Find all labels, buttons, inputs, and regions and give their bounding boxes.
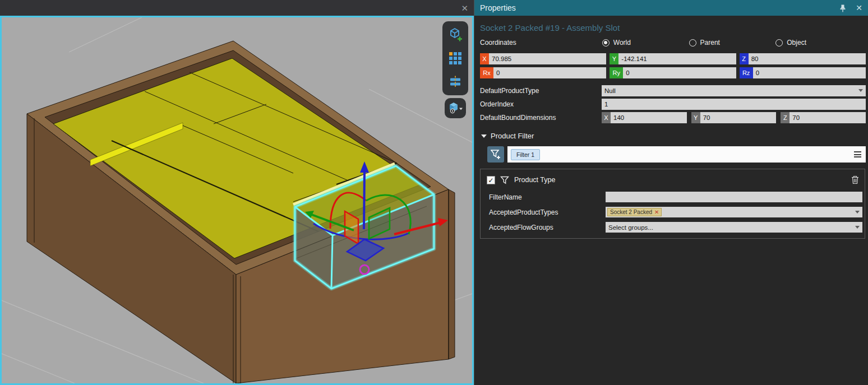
3d-viewport[interactable]: ✕ [0,0,474,385]
filter-tab-strip: Filter 1 [507,146,866,163]
radio-parent-circle[interactable] [689,39,696,47]
order-index-row: OrderIndex 1 [480,98,866,110]
viewport-canvas[interactable] [0,16,474,385]
add-filter-button[interactable] [487,146,504,163]
rotation-rx-field[interactable]: Rx 0 [480,67,606,78]
add-geometry-button[interactable] [445,25,466,45]
viewport-close-icon[interactable]: ✕ [461,4,468,12]
visibility-cube-icon [447,101,464,115]
properties-panel: Properties ✕ Socket 2 Packed #19 - Assem… [474,0,868,385]
delete-filter-button[interactable] [851,175,859,184]
close-icon[interactable]: ✕ [856,3,862,12]
bound-z-field[interactable]: Z 70 [781,112,866,123]
collapse-triangle-icon [481,134,487,138]
trash-icon [851,175,859,184]
filter-enabled-checkbox[interactable]: ✓ [487,176,495,184]
rotation-ry-field[interactable]: Ry 0 [610,67,736,78]
panel-title: Properties [480,3,839,12]
radio-world[interactable]: World [602,39,689,47]
position-z-field[interactable]: Z 80 [740,53,866,64]
order-index-field[interactable]: 1 [602,99,866,110]
object-title: Socket 2 Packed #19 - Assembly Slot [480,23,862,33]
3d-scene[interactable] [2,17,472,383]
accepted-flow-groups-row: AcceptedFlowGroups Select groups... [481,222,865,233]
bound-x-field[interactable]: X 140 [602,112,687,123]
align-pattern-icon [449,75,462,89]
align-pattern-button[interactable] [445,72,466,92]
edit-tool-group [442,21,468,95]
application-window: ✕ [0,0,868,385]
pin-icon[interactable] [839,4,847,12]
radio-object-circle[interactable] [775,39,783,47]
filter-toolbar: Filter 1 [487,146,866,163]
position-y-field[interactable]: Y -142.141 [610,53,736,64]
position-x-field[interactable]: X 70.985 [480,53,606,64]
filter-tab[interactable]: Filter 1 [511,149,540,160]
chevron-down-icon [858,89,863,92]
product-type-filter-card: ✓ Product Type [480,169,865,239]
viewport-titlebar: ✕ [0,0,474,16]
filter-name-input[interactable] [606,192,862,202]
accepted-flow-groups-dropdown[interactable]: Select groups... [606,222,862,233]
accepted-product-types-row: AcceptedProductTypes Socket 2 Packed ✕ [481,207,865,217]
radio-parent[interactable]: Parent [689,39,776,47]
menu-icon[interactable] [853,149,862,160]
bound-y-field[interactable]: Y 70 [691,112,777,123]
radio-object[interactable]: Object [775,39,862,47]
filter-name-row: FilterName [481,192,865,202]
chevron-down-icon [855,226,860,229]
product-filter-section-header[interactable]: Product Filter [481,132,862,140]
default-bound-dimensions-row: DefaultBoundDimensions X 140 Y 70 Z 70 [480,112,866,123]
coordinates-row: Coordinates World Parent Object [480,38,862,48]
chevron-down-icon [855,211,860,214]
radio-world-circle[interactable] [602,39,610,47]
filter-card-title: Product Type [514,176,846,184]
add-filter-icon [491,150,501,160]
coordinates-label: Coordinates [480,39,602,47]
properties-header: Properties ✕ [474,0,868,16]
remove-tag-icon[interactable]: ✕ [654,209,659,215]
visibility-options-button[interactable] [445,98,466,118]
viewport-toolbar [442,21,468,118]
grid-pattern-icon [449,52,462,65]
default-product-type-dropdown[interactable]: Null [602,85,866,96]
rotation-rz-field[interactable]: Rz 0 [740,67,866,78]
grid-pattern-button[interactable] [445,48,466,68]
filter-icon [500,176,509,184]
position-fields: X 70.985 Y -142.141 Z 80 [480,53,866,64]
add-geometry-icon [448,27,463,42]
accepted-product-types-dropdown[interactable]: Socket 2 Packed ✕ [606,207,862,217]
product-type-tag: Socket 2 Packed ✕ [607,208,662,216]
chevron-down-icon [459,108,463,110]
default-product-type-row: DefaultProductType Null [480,85,866,96]
rotation-fields: Rx 0 Ry 0 Rz 0 [480,67,866,78]
